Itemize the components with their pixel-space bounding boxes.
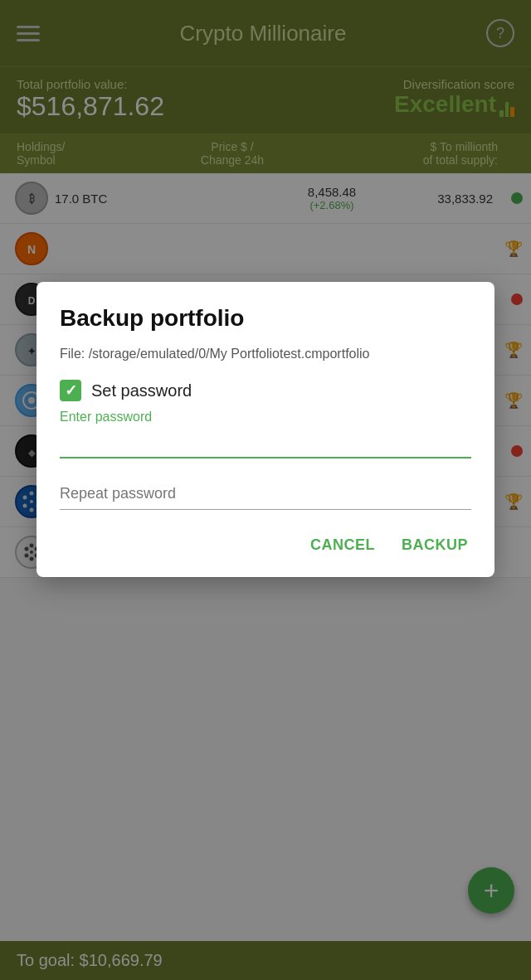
password-input[interactable]: [60, 429, 471, 458]
modal-title: Backup portfolio: [60, 305, 471, 332]
backup-button[interactable]: BACKUP: [398, 530, 471, 560]
set-password-label: Set password: [91, 381, 192, 400]
modal-actions: CANCEL BACKUP: [60, 530, 471, 560]
repeat-password-input[interactable]: [60, 482, 471, 510]
enter-password-label: Enter password: [60, 410, 471, 425]
set-password-checkbox[interactable]: ✓: [60, 380, 81, 401]
backup-portfolio-modal: Backup portfolio File: /storage/emulated…: [37, 282, 494, 577]
checkmark-icon: ✓: [65, 381, 77, 400]
cancel-button[interactable]: CANCEL: [307, 530, 378, 560]
modal-file-path: File: /storage/emulated/0/My Portfoliote…: [60, 345, 471, 363]
set-password-row: ✓ Set password: [60, 380, 471, 401]
